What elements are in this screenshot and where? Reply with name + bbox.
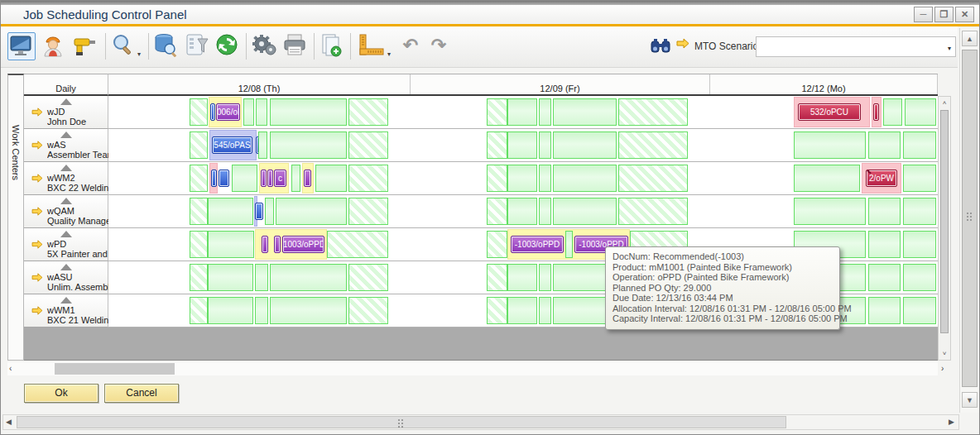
row-arrow-icon[interactable] xyxy=(31,306,43,315)
row-arrow-icon[interactable] xyxy=(31,240,43,249)
gantt-job-block[interactable] xyxy=(255,203,263,220)
gantt-available-block[interactable] xyxy=(208,198,253,225)
gantt-available-block[interactable] xyxy=(256,98,267,126)
gantt-available-block[interactable] xyxy=(190,98,208,126)
scroll-right-icon[interactable]: › xyxy=(941,364,944,373)
gantt-job-block[interactable] xyxy=(211,170,217,187)
row-arrow-icon[interactable] xyxy=(31,141,43,150)
gantt-available-block[interactable] xyxy=(507,198,537,225)
gantt-available-block[interactable] xyxy=(539,131,551,159)
row-arrow-icon[interactable] xyxy=(31,273,43,282)
collapse-triangle-icon[interactable] xyxy=(60,264,72,270)
collapse-triangle-icon[interactable] xyxy=(60,297,72,304)
gantt-available-block[interactable] xyxy=(270,297,347,324)
settings-gears-icon[interactable] xyxy=(251,32,279,60)
data-search-icon[interactable] xyxy=(153,32,181,60)
gantt-available-block[interactable] xyxy=(553,98,617,126)
scale-ruler-icon[interactable]: ▾ xyxy=(357,32,385,60)
scenario-dropdown[interactable]: ▾ xyxy=(756,36,956,57)
gantt-available-block[interactable] xyxy=(348,98,388,126)
gantt-available-block[interactable] xyxy=(507,131,537,159)
gantt-job-block[interactable]: 006/oPC xyxy=(216,103,240,121)
row-arrow-icon[interactable] xyxy=(31,207,43,216)
gantt-available-block[interactable] xyxy=(255,297,268,324)
gantt-available-block[interactable] xyxy=(348,297,388,324)
row-arrow-icon[interactable] xyxy=(31,108,43,117)
gantt-available-block[interactable] xyxy=(487,264,507,291)
gantt-available-block[interactable] xyxy=(270,98,347,126)
gantt-available-block[interactable] xyxy=(232,165,257,192)
gantt-available-block[interactable] xyxy=(487,98,507,126)
gantt-available-block[interactable] xyxy=(487,297,507,324)
date-column-header[interactable]: 12/08 (Th) xyxy=(108,74,411,96)
gantt-available-block[interactable] xyxy=(190,264,208,291)
interval-header[interactable]: Daily xyxy=(24,74,108,96)
collapse-triangle-icon[interactable] xyxy=(60,198,72,204)
scrollbar-thumb[interactable] xyxy=(962,50,978,387)
scroll-down-icon[interactable]: ˅ xyxy=(939,350,950,357)
gantt-available-block[interactable] xyxy=(208,297,253,324)
gantt-available-block[interactable] xyxy=(276,198,347,225)
ok-button[interactable]: Ok xyxy=(24,384,98,403)
row-header-wPD[interactable]: wPD5X Painter and D xyxy=(24,228,108,261)
gantt-available-block[interactable] xyxy=(539,165,551,192)
row-header-wQAM[interactable]: wQAMQuality Manager xyxy=(24,195,108,228)
gantt-available-block[interactable] xyxy=(190,198,208,225)
gantt-available-block[interactable] xyxy=(868,198,901,225)
gantt-job-block[interactable] xyxy=(261,170,267,187)
scrollbar-thumb[interactable] xyxy=(17,416,786,428)
gantt-job-block[interactable] xyxy=(262,236,268,253)
gantt-available-block[interactable] xyxy=(868,264,901,291)
gantt-available-block[interactable] xyxy=(618,198,688,225)
gantt-available-block[interactable] xyxy=(190,131,208,159)
gantt-available-block[interactable] xyxy=(327,231,388,258)
gantt-available-block[interactable] xyxy=(348,165,388,192)
gantt-available-block[interactable] xyxy=(539,264,551,291)
gantt-available-block[interactable] xyxy=(507,297,537,324)
gantt-available-block[interactable] xyxy=(348,131,388,159)
refresh-icon[interactable] xyxy=(214,32,243,60)
gantt-available-block[interactable] xyxy=(487,231,507,258)
print-icon[interactable] xyxy=(282,32,310,60)
close-button[interactable]: ✕ xyxy=(955,7,974,22)
gantt-available-block[interactable] xyxy=(265,198,274,225)
gantt-available-block[interactable] xyxy=(255,264,268,291)
gantt-job-block[interactable] xyxy=(267,170,273,187)
gantt-available-block[interactable] xyxy=(903,264,936,291)
resource-worker-icon[interactable] xyxy=(41,32,69,60)
overview-monitor-icon[interactable] xyxy=(7,32,36,60)
gantt-available-block[interactable] xyxy=(903,198,936,225)
gantt-available-block[interactable] xyxy=(190,297,208,324)
scroll-up-icon[interactable]: ˄ xyxy=(939,99,950,107)
date-column-header[interactable]: 12/09 (Fr) xyxy=(411,74,710,96)
date-column-header[interactable]: 12/12 (Mo) xyxy=(710,74,938,96)
scroll-left-icon[interactable]: ◀ xyxy=(6,418,12,426)
minimize-button[interactable]: ─ xyxy=(914,7,933,22)
inner-horizontal-scrollbar[interactable]: ‹ xyxy=(7,362,938,375)
bottom-horizontal-scrollbar[interactable]: ◀ ▶ xyxy=(2,414,959,430)
gantt-available-block[interactable] xyxy=(487,198,507,225)
gantt-available-block[interactable] xyxy=(883,98,902,126)
gantt-available-block[interactable] xyxy=(270,264,347,291)
row-header-wWM1[interactable]: wWM1BXC 21 Welding I xyxy=(24,294,108,327)
scroll-left-icon[interactable]: ‹ xyxy=(9,364,12,373)
gantt-available-block[interactable] xyxy=(190,165,208,192)
gantt-available-block[interactable] xyxy=(348,198,388,225)
gantt-available-block[interactable] xyxy=(903,131,936,159)
row-header-wAS[interactable]: wASAssembler Team xyxy=(24,129,108,162)
gantt-available-block[interactable] xyxy=(507,264,537,291)
gantt-available-block[interactable] xyxy=(794,198,866,225)
gantt-available-block[interactable] xyxy=(208,264,253,291)
gantt-available-block[interactable] xyxy=(868,297,901,324)
gantt-available-block[interactable] xyxy=(315,165,347,192)
gantt-available-block[interactable] xyxy=(258,131,267,159)
gantt-available-block[interactable] xyxy=(348,264,388,291)
gantt-job-block[interactable] xyxy=(304,170,311,187)
gantt-available-block[interactable] xyxy=(243,98,254,126)
gantt-available-block[interactable] xyxy=(208,231,254,258)
gantt-available-block[interactable] xyxy=(507,165,537,192)
gantt-available-block[interactable] xyxy=(868,231,901,258)
gantt-job-block[interactable] xyxy=(219,170,229,187)
gantt-job-block[interactable]: 1003/oPPD xyxy=(282,236,324,253)
zoom-icon[interactable]: ▾ xyxy=(110,32,138,60)
